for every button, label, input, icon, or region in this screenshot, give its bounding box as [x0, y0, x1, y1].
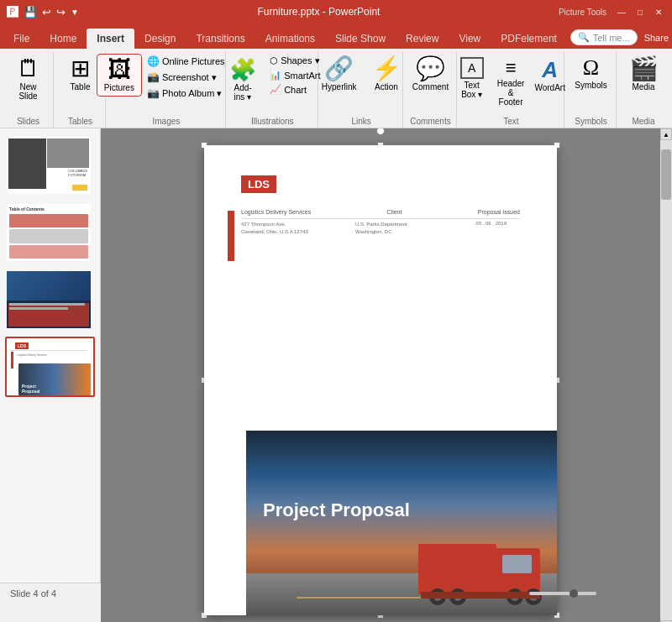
zoom-thumb[interactable]: [570, 589, 578, 598]
canvas-wrapper: LDS Logistics Delivery Services Client P…: [101, 128, 672, 583]
tables-group-label: Tables: [68, 117, 92, 128]
online-pictures-label: Online Pictures: [162, 56, 225, 66]
comments-group-label: Comments: [410, 117, 450, 128]
illustrations-group-label: Illustrations: [251, 117, 294, 128]
ribbon-group-images: 🖼 Pictures 🌐 Online Pictures 📸 Screensho…: [108, 52, 226, 128]
svg-rect-1: [502, 555, 532, 573]
text-box-icon: A: [460, 57, 484, 79]
tab-slideshow[interactable]: Slide Show: [325, 29, 396, 49]
text-box-button[interactable]: A TextBox ▾: [452, 54, 492, 102]
slide-thumb-3[interactable]: 3: [5, 269, 95, 330]
svg-rect-11: [421, 592, 540, 598]
hyperlink-icon: 🔗: [324, 57, 354, 81]
symbols-button[interactable]: Ω Symbols: [568, 54, 613, 93]
header-footer-icon: ≡: [506, 57, 517, 79]
add-ins-button[interactable]: 🧩 Add-ins ▾: [221, 54, 265, 105]
main-area: 1 COLUMBUSFUTURISM 2 Table of Contents: [0, 128, 672, 583]
ribbon-group-comments: 💬 Comment Comments: [405, 52, 456, 128]
ribbon-group-illustrations: 🧩 Add-ins ▾ ⬡ Shapes ▾ 📊 SmartArt 📈 Char…: [228, 52, 318, 128]
search-icon: 🔍: [578, 32, 590, 43]
slide-preview-1: COLUMBUSFUTURISM: [7, 137, 91, 194]
new-slide-label: NewSlide: [18, 82, 37, 101]
logistics-label: Logistics Delivery Services: [241, 209, 311, 215]
tab-home[interactable]: Home: [39, 29, 87, 49]
header-footer-label: Header& Footer: [497, 79, 525, 107]
share-button[interactable]: Share: [644, 33, 669, 43]
hyperlink-button[interactable]: 🔗 Hyperlink: [315, 54, 364, 95]
text-box-label: TextBox ▾: [461, 81, 482, 99]
tab-animations[interactable]: Animations: [255, 29, 325, 49]
shapes-label: Shapes ▾: [281, 55, 319, 66]
slide-preview-2: Table of Contents: [7, 204, 91, 261]
address-block: 427 Thompson Ave, Cleveland, Ohio, U.S.A…: [241, 221, 308, 236]
slide-thumb-1[interactable]: 1 COLUMBUSFUTURISM: [5, 135, 95, 196]
table-button[interactable]: ⊞ Table: [60, 54, 101, 95]
quick-access-customize[interactable]: ▼: [71, 8, 79, 17]
zoom-slider[interactable]: [529, 592, 596, 595]
smartart-icon: 📊: [270, 70, 281, 81]
rotate-handle[interactable]: [376, 128, 385, 135]
comment-button[interactable]: 💬 Comment: [406, 54, 455, 95]
chart-label: Chart: [284, 85, 307, 95]
quick-access-undo[interactable]: ↩: [42, 6, 51, 18]
tab-review[interactable]: Review: [396, 29, 449, 49]
app-icon: 🅿: [7, 5, 18, 18]
media-button[interactable]: 🎬 Media: [622, 54, 665, 95]
ribbon-group-text: A TextBox ▾ ≡ Header& Footer A WordArt T…: [459, 52, 564, 128]
scroll-thumb[interactable]: [661, 149, 671, 200]
quick-access-redo[interactable]: ↪: [56, 6, 66, 18]
action-button[interactable]: ⚡ Action: [365, 54, 408, 95]
address-line1: 427 Thompson Ave,: [241, 221, 308, 228]
header-footer-button[interactable]: ≡ Header& Footer: [494, 54, 528, 110]
chart-icon: 📈: [270, 84, 281, 95]
slide-bottom-image: Project Proposal: [246, 431, 557, 615]
address-line2: Cleveland, Ohio, U.S.A 12743: [241, 228, 308, 236]
client-value: U.S. Parks Department Washington, DC: [355, 221, 407, 236]
pictures-button[interactable]: 🖼 Pictures: [97, 54, 142, 97]
lds-red-bar: [228, 211, 234, 261]
maximize-button[interactable]: □: [633, 5, 647, 18]
quick-access-save[interactable]: 💾: [24, 6, 37, 18]
links-group-label: Links: [351, 117, 370, 128]
action-icon: ⚡: [372, 57, 402, 81]
slide-canvas[interactable]: LDS Logistics Delivery Services Client P…: [204, 145, 557, 615]
ribbon-tabs: File Home Insert Design Transitions Anim…: [0, 24, 672, 49]
tab-view[interactable]: View: [449, 29, 491, 49]
app-title: Furniture.pptx - PowerPoint: [79, 6, 559, 18]
proposal-issued-label: Proposal Issued: [478, 209, 520, 215]
window-controls: — □ ✕: [615, 5, 665, 18]
slide-thumb-4[interactable]: 4 LDS Logistics Delivery Services Projec…: [5, 337, 95, 397]
wordart-icon: A: [542, 57, 558, 83]
lds-logo: LDS: [241, 175, 276, 193]
comment-icon: 💬: [416, 57, 445, 81]
scroll-track[interactable]: [660, 140, 672, 620]
new-slide-button[interactable]: 🗒 NewSlide: [8, 54, 49, 104]
slide-preview-4: LDS Logistics Delivery Services ProjectP…: [7, 338, 91, 395]
proposal-title: Project Proposal: [263, 499, 410, 523]
title-bar-left: 🅿 💾 ↩ ↪ ▼: [7, 5, 79, 18]
wordart-button[interactable]: A WordArt: [529, 54, 570, 96]
minimize-button[interactable]: —: [615, 5, 628, 18]
ribbon: 🗒 NewSlide Slides ⊞ Table Tables 🖼 Pictu…: [0, 49, 672, 128]
slide-info: Slide 4 of 4: [10, 588, 56, 598]
pictures-icon: 🖼: [108, 58, 131, 81]
add-ins-label: Add-ins ▾: [234, 83, 252, 102]
tab-insert[interactable]: Insert: [87, 29, 134, 49]
tab-pdfelement[interactable]: PDFelement: [491, 29, 567, 49]
svg-rect-2: [418, 544, 496, 594]
symbols-icon: Ω: [583, 57, 599, 79]
slide-thumb-2[interactable]: 2 Table of Contents: [5, 202, 95, 263]
wordart-label: WordArt: [534, 83, 565, 92]
tab-design[interactable]: Design: [134, 29, 186, 49]
table-label: Table: [71, 82, 91, 91]
scroll-up-button[interactable]: ▲: [660, 128, 672, 140]
tab-file[interactable]: File: [3, 29, 39, 49]
hyperlink-label: Hyperlink: [322, 82, 357, 91]
ribbon-group-slides: 🗒 NewSlide Slides: [3, 52, 54, 128]
tab-transitions[interactable]: Transitions: [186, 29, 255, 49]
picture-tools-label: Picture Tools: [559, 8, 606, 17]
ribbon-group-media: 🎬 Media Media: [618, 52, 669, 128]
tell-me-box[interactable]: 🔍 Tell me...: [570, 29, 638, 45]
close-button[interactable]: ✕: [652, 5, 665, 18]
pictures-label: Pictures: [104, 83, 134, 92]
